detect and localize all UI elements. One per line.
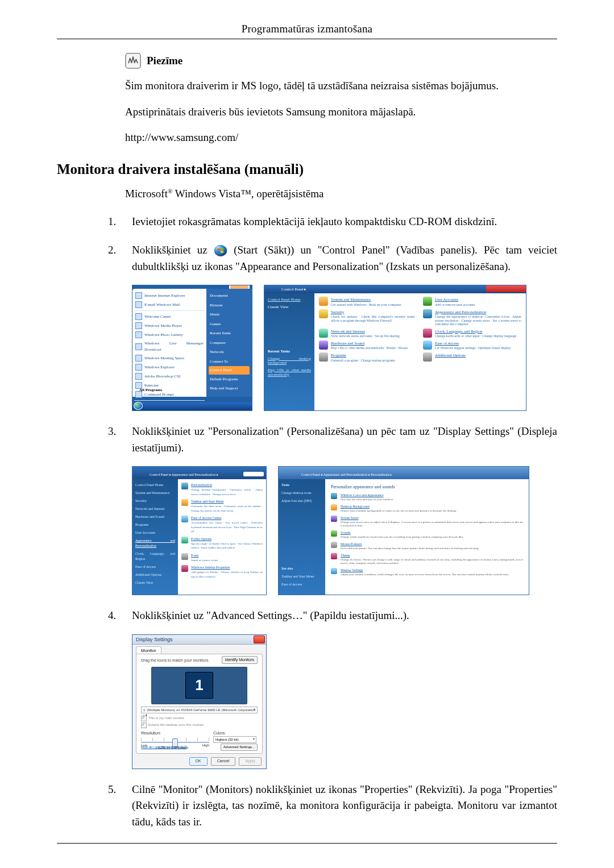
- breadcrumb[interactable]: Control Panel ▸ Appearance and Personali…: [301, 472, 392, 477]
- breadcrumb[interactable]: Control Panel ▸ Appearance and Personali…: [150, 472, 218, 477]
- identify-monitors-button[interactable]: Identify Monitors: [222, 656, 258, 665]
- colors-selector[interactable]: Highest (32 bit): [213, 736, 256, 743]
- cp-category-appearance[interactable]: Appearance and PersonalizationChange the…: [423, 309, 521, 326]
- window-header: Control Panel ▸ Appearance and Personali…: [132, 467, 266, 479]
- sidebar-item[interactable]: Additional Options: [135, 572, 175, 578]
- running-head: Programmatūras izmantošana: [57, 23, 557, 35]
- sidebar-item[interactable]: Clock, Language, and Region: [135, 551, 175, 562]
- cancel-button[interactable]: Cancel: [211, 757, 236, 766]
- cp-category[interactable]: User AccountsAdd or remove user accounts: [423, 297, 521, 306]
- sidebar-item[interactable]: Classic View: [268, 305, 311, 310]
- start-item[interactable]: Adobe Photoshop CS2: [134, 372, 205, 381]
- cp-category[interactable]: ProgramsUninstall a program · Change sta…: [319, 352, 417, 362]
- taskbar: [132, 402, 252, 410]
- pers-link[interactable]: ThemeChange the theme. Themes can change…: [331, 553, 523, 565]
- sidebar-item[interactable]: Taskbar and Start Menu: [281, 574, 322, 579]
- start-right-item[interactable]: Pictures: [209, 301, 250, 310]
- cp-category[interactable]: Hardware and SoundPlay CDs or other medi…: [319, 340, 417, 350]
- start-item[interactable]: Windows Explorer: [134, 363, 205, 372]
- checkbox-main-monitor[interactable]: This is my main monitor: [141, 716, 184, 721]
- cp-link[interactable]: Folder OptionsSpecify single- or double-…: [181, 537, 263, 550]
- note-block: Piezīme Šim monitora draiverim ir MS log…: [125, 53, 557, 146]
- step-4-text: Noklikšķiniet uz "Advanced Settings…" (P…: [132, 609, 409, 621]
- window-buttons[interactable]: [486, 285, 526, 292]
- checkbox-extend-desktop[interactable]: Extend the desktop onto this monitor: [141, 722, 204, 728]
- pers-link[interactable]: SoundsChange which sounds are heard when…: [331, 530, 523, 539]
- pers-link[interactable]: Screen SaverChange your screen saver or …: [331, 516, 523, 528]
- all-programs[interactable]: All Programs: [137, 385, 164, 395]
- sidebar-item[interactable]: Programs: [135, 522, 175, 528]
- start-right-item[interactable]: Computer: [209, 338, 250, 348]
- pers-link[interactable]: Desktop BackgroundChoose from available …: [331, 504, 523, 513]
- step-1: 1. Ievietojiet rokasgrāmatas komplektāci…: [108, 214, 557, 230]
- display-settings-link[interactable]: Display SettingsAdjust your monitor reso…: [331, 568, 523, 576]
- start-right-item-control-panel[interactable]: Control Panel: [209, 366, 250, 375]
- search-input[interactable]: [243, 472, 264, 476]
- start-right-item[interactable]: Help and Support: [209, 384, 250, 393]
- start-item[interactable]: Windows Live Messenger Download: [134, 339, 205, 354]
- start-right-item[interactable]: Music: [209, 310, 250, 319]
- breadcrumb[interactable]: Control Panel ▸: [281, 286, 306, 293]
- monitor-selector[interactable]: 1. (Multiple Monitors) on NVIDIA GeForce…: [141, 707, 258, 713]
- cp-link[interactable]: Ease of Access CenterAccommodate low vis…: [181, 516, 263, 534]
- cp-link[interactable]: FontsInstall or remove a font: [181, 553, 263, 563]
- start-item[interactable]: Welcome Center: [134, 312, 205, 321]
- note-line-1: Šim monitora draiverim ir MS logo, tādēļ…: [125, 78, 557, 94]
- cp-category[interactable]: Additional Options: [423, 352, 521, 362]
- pers-link[interactable]: Mouse PointersPick a different pointer. …: [331, 542, 523, 550]
- start-right-item[interactable]: Default Programs: [209, 375, 250, 384]
- sidebar-item-active[interactable]: Appearance and Personalization: [135, 538, 175, 549]
- step-3-text: Noklikšķiniet uz "Personalization" (Pers…: [132, 425, 557, 454]
- start-item[interactable]: Internet Internet Explorer: [134, 291, 205, 300]
- start-item[interactable]: E-mail Windows Mail: [134, 300, 205, 309]
- monitor-preview[interactable]: 1: [151, 667, 247, 704]
- help-link[interactable]: How do I get the best display?: [141, 745, 186, 750]
- step-2: 2. Noklikšķiniet uz: [108, 242, 557, 411]
- close-icon[interactable]: [254, 636, 265, 643]
- sidebar-recent-h: Recent Tasks: [268, 350, 311, 354]
- cp-link[interactable]: Windows Sidebar PropertiesAdd gadgets to…: [181, 565, 263, 579]
- sidebar-item[interactable]: Security: [135, 499, 175, 504]
- pers-link[interactable]: Window Color and AppearanceFine tune the…: [331, 493, 523, 501]
- sidebar-item[interactable]: Ease of Access: [135, 564, 175, 570]
- advanced-settings-button[interactable]: Advanced Settings...: [221, 744, 258, 751]
- screenshots-step3: Control Panel ▸ Appearance and Personali…: [132, 466, 557, 595]
- screenshot-display-settings: Display Settings Monitor Drag the icons …: [132, 634, 267, 769]
- ok-button[interactable]: OK: [189, 757, 208, 766]
- start-item[interactable]: Windows Photo Gallery: [134, 330, 205, 339]
- start-item[interactable]: Windows Meeting Space: [134, 354, 205, 363]
- cp-link[interactable]: Taskbar and Start MenuCustomize the Star…: [181, 499, 263, 513]
- sidebar-recent-link[interactable]: Play CDs or other media automatically: [268, 368, 311, 377]
- cp-category[interactable]: System and MaintenanceGet started with W…: [319, 297, 417, 306]
- sidebar-item[interactable]: Classic View: [135, 580, 175, 585]
- personalization-link[interactable]: PersonalizationChange desktop background…: [181, 483, 263, 496]
- sidebar-item[interactable]: Control Panel Home: [135, 483, 175, 488]
- cp-category[interactable]: Network and InternetView network status …: [319, 329, 417, 338]
- start-right-item[interactable]: Documents: [209, 291, 250, 301]
- dialog-title: Display Settings: [136, 636, 173, 644]
- cp-category[interactable]: SecurityCheck for updates · Check this c…: [319, 309, 417, 326]
- start-right-item[interactable]: Recent Items: [209, 329, 250, 338]
- sidebar-item[interactable]: Adjust font size (DPI): [281, 499, 322, 504]
- sidebar-item[interactable]: System and Maintenance: [135, 491, 175, 496]
- sidebar-item[interactable]: Control Panel Home: [268, 298, 311, 302]
- category-icon: [423, 340, 432, 350]
- sidebar-item[interactable]: Hardware and Sound: [135, 514, 175, 520]
- step-number: 1.: [108, 214, 116, 230]
- cp-category[interactable]: Clock, Language, and RegionChange keyboa…: [423, 329, 521, 338]
- sidebar-item[interactable]: User Accounts: [135, 530, 175, 535]
- apply-button[interactable]: Apply: [239, 757, 262, 766]
- sidebar-item[interactable]: Ease of Access: [281, 582, 322, 587]
- sidebar-item[interactable]: Change desktop icons: [281, 491, 322, 496]
- step-4: 4. Noklikšķiniet uz "Advanced Settings…"…: [108, 608, 557, 769]
- start-item[interactable]: Windows Media Player: [134, 321, 205, 330]
- sidebar-recent-link[interactable]: Change desktop background: [268, 357, 311, 366]
- start-right-item[interactable]: Network: [209, 347, 250, 357]
- cp-category[interactable]: Ease of AccessLet Windows suggest settin…: [423, 340, 521, 350]
- panel-body: Personalize appearance and sounds Window…: [325, 479, 529, 595]
- step-5-text: Cilnē "Monitor" (Monitors) noklikšķiniet…: [132, 783, 557, 828]
- start-right-item[interactable]: Games: [209, 319, 250, 329]
- start-right-item[interactable]: Connect To: [209, 357, 250, 367]
- sidebar-item[interactable]: Network and Internet: [135, 506, 175, 512]
- drag-hint: Drag the icons to match your monitors.: [141, 658, 209, 664]
